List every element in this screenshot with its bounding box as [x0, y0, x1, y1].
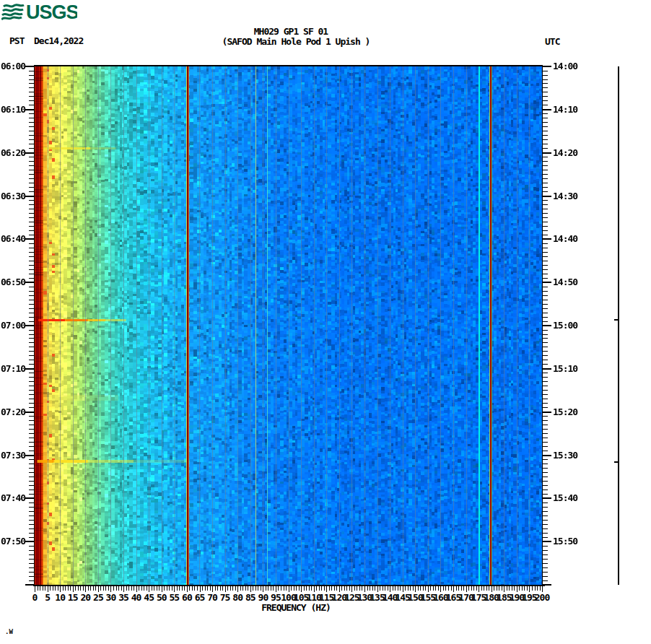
right-time-tick — [543, 248, 548, 248]
freq-tick — [461, 586, 462, 591]
left-time-tick — [29, 377, 34, 378]
freq-tick — [486, 586, 487, 591]
left-time-tick — [25, 455, 34, 456]
left-time-tick — [29, 554, 34, 555]
right-time-tick — [543, 511, 548, 512]
right-time-tick — [543, 381, 548, 382]
right-time-tick — [543, 537, 548, 538]
freq-tick — [537, 586, 538, 591]
freq-tick — [192, 586, 193, 591]
plot-subtitle: (SAFOD Main Hole Pod 1 Upish ) — [222, 37, 370, 46]
right-time-tick — [543, 187, 548, 188]
freq-tick — [200, 586, 201, 592]
freq-tick — [405, 586, 406, 591]
right-time-tick — [543, 572, 548, 573]
freq-tick — [73, 586, 74, 592]
left-time-tick — [29, 87, 34, 88]
left-time-tick — [25, 497, 34, 499]
left-time-tick — [29, 248, 34, 248]
plot-title: MH029 GP1 SF 01 — [254, 27, 328, 36]
right-time-tick — [543, 204, 548, 205]
right-time-tick — [543, 217, 548, 218]
left-time-tick — [29, 511, 34, 512]
freq-tick — [123, 586, 124, 592]
left-time-tick — [29, 118, 34, 118]
freq-tick — [278, 586, 279, 591]
right-time-tick — [543, 502, 548, 503]
left-time-tick — [29, 100, 34, 101]
right-time-tick — [543, 196, 551, 197]
left-time-tick — [29, 567, 34, 568]
left-time-tick — [29, 515, 34, 516]
right-time-tick — [543, 497, 551, 499]
left-time-tick — [29, 381, 34, 382]
date-label: Dec14,2022 — [34, 36, 83, 45]
freq-tick — [504, 586, 504, 592]
freq-tick — [512, 586, 512, 591]
right-time-tick — [543, 282, 551, 283]
freq-tick — [331, 586, 332, 591]
left-time-tick — [29, 351, 34, 352]
left-time-tick — [29, 420, 34, 421]
freq-tick — [35, 586, 35, 592]
left-time-tick — [29, 572, 34, 573]
right-time-tick — [543, 174, 548, 175]
right-time-label: 14:10 — [553, 105, 585, 114]
left-time-tick — [29, 537, 34, 538]
freq-tick — [341, 586, 342, 591]
freq-tick-label: 30 — [106, 593, 116, 602]
right-time-tick — [543, 300, 548, 300]
right-time-tick — [543, 235, 548, 235]
right-time-tick — [543, 351, 548, 352]
freq-tick — [507, 586, 507, 591]
right-time-tick — [543, 489, 548, 490]
left-time-tick — [29, 399, 34, 399]
freq-tick — [357, 586, 357, 591]
right-time-tick — [543, 144, 548, 144]
right-time-tick — [543, 157, 548, 157]
right-time-tick — [543, 152, 551, 154]
freq-tick-label: 90 — [258, 593, 268, 602]
right-time-tick — [543, 438, 548, 438]
freq-tick — [491, 586, 492, 592]
freq-tick — [184, 586, 185, 591]
right-time-tick — [543, 407, 548, 408]
right-time-tick — [543, 200, 548, 201]
freq-tick — [162, 586, 162, 592]
left-time-tick — [29, 300, 34, 300]
freq-tick — [273, 586, 274, 591]
freq-tick — [157, 586, 157, 591]
right-time-label: 14:30 — [553, 191, 585, 201]
freq-tick-label: 35 — [118, 593, 128, 602]
left-time-tick — [29, 139, 34, 140]
left-time-tick — [29, 252, 34, 253]
right-time-tick — [543, 429, 548, 430]
freq-tick — [126, 586, 127, 591]
left-time-tick — [29, 243, 34, 244]
freq-tick — [435, 586, 436, 591]
left-time-tick — [29, 317, 34, 318]
left-time-tick — [29, 355, 34, 356]
right-time-tick — [543, 403, 548, 404]
left-time-tick — [29, 446, 34, 447]
freq-tick — [443, 586, 444, 591]
freq-tick — [80, 586, 81, 591]
right-time-tick — [543, 399, 548, 399]
left-time-tick — [29, 520, 34, 521]
right-time-tick — [543, 161, 548, 162]
freq-tick — [413, 586, 414, 591]
left-time-tick — [29, 269, 34, 270]
freq-tick — [100, 586, 101, 591]
left-time-tick — [29, 394, 34, 395]
left-time-label: 07:50 — [1, 536, 25, 546]
right-time-tick — [543, 515, 548, 516]
freq-tick — [159, 586, 160, 591]
left-time-tick — [29, 580, 34, 581]
spectrogram-page: USGS PST Dec14,2022 MH029 GP1 SF 01 (SAF… — [0, 0, 651, 644]
left-time-tick — [29, 265, 34, 266]
freq-tick — [286, 586, 287, 591]
freq-tick — [147, 586, 147, 591]
left-time-tick — [29, 83, 34, 84]
spectrogram-canvas — [35, 66, 542, 585]
freq-tick-label: 20 — [80, 593, 90, 602]
